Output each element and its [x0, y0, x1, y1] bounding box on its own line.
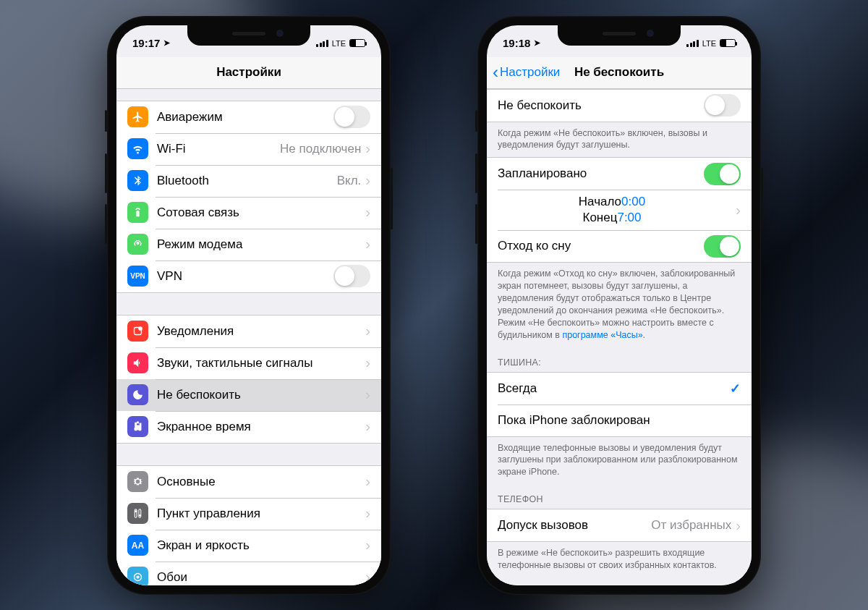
network-label: LTE: [332, 39, 346, 48]
svg-point-1: [138, 326, 142, 331]
wallpaper-label: Обои: [157, 570, 365, 585]
chevron-right-icon: ›: [365, 505, 370, 522]
chevron-right-icon: ›: [365, 172, 370, 189]
phone-left: 19:17 ➤ LTE Настройки АвиарежимWi-FiНе п…: [107, 16, 391, 595]
page-title: Настройки: [216, 65, 281, 80]
general-icon: [127, 471, 148, 492]
chevron-right-icon: ›: [365, 537, 370, 554]
bedtime-toggle[interactable]: [704, 235, 741, 258]
screen: 19:17 ➤ LTE Настройки АвиарежимWi-FiНе п…: [116, 25, 381, 585]
end-value: 7:00: [617, 211, 651, 225]
location-icon: ➤: [534, 38, 540, 48]
group-notifications: Уведомления›Звуки, тактильные сигналы›Не…: [116, 315, 381, 444]
start-label: Начало: [579, 195, 621, 209]
row-dnd[interactable]: Не беспокоить›: [116, 379, 381, 411]
chevron-right-icon: ›: [365, 418, 370, 435]
chevron-right-icon: ›: [365, 140, 370, 157]
back-label: Настройки: [500, 65, 560, 80]
row-bluetooth[interactable]: BluetoothВкл.›: [116, 165, 381, 197]
row-dnd-toggle[interactable]: Не беспокоить: [487, 90, 752, 122]
chevron-right-icon: ›: [736, 202, 741, 219]
bluetooth-icon: [127, 170, 148, 191]
wifi-label: Wi-Fi: [157, 142, 280, 156]
scheduled-toggle[interactable]: [704, 163, 741, 185]
vpn-toggle[interactable]: [333, 265, 370, 287]
bluetooth-label: Bluetooth: [157, 174, 337, 188]
controlcenter-icon: [127, 503, 148, 524]
notifications-icon: [127, 321, 148, 342]
checkmark-icon: ✓: [730, 381, 741, 397]
scheduled-label: Запланировано: [498, 166, 704, 181]
cellular-label: Сотовая связь: [157, 206, 365, 220]
location-icon: ➤: [163, 38, 170, 48]
row-silence-always[interactable]: Всегда ✓: [487, 373, 752, 404]
back-button[interactable]: ‹ Настройки: [493, 64, 560, 81]
chevron-right-icon: ›: [365, 236, 370, 253]
row-wifi[interactable]: Wi-FiНе подключен›: [116, 133, 381, 165]
dnd-icon: [127, 384, 148, 405]
airplane-label: Авиарежим: [157, 110, 333, 124]
silence-footer: Входящие телефонные вызовы и уведомления…: [487, 437, 752, 485]
wallpaper-icon: [127, 567, 148, 585]
screentime-label: Экранное время: [157, 420, 365, 434]
airplane-toggle[interactable]: [333, 106, 370, 128]
svg-point-7: [136, 575, 139, 578]
row-notifications[interactable]: Уведомления›: [116, 315, 381, 347]
hotspot-icon: [127, 234, 148, 255]
group-connectivity: АвиарежимWi-FiНе подключен›BluetoothВкл.…: [116, 101, 381, 293]
screen: 19:18 ➤ LTE ‹ Настройки Не беспокоить Не…: [487, 25, 752, 585]
dnd-settings[interactable]: Не беспокоить Когда режим «Не беспокоить…: [487, 89, 752, 585]
chevron-left-icon: ‹: [493, 64, 498, 81]
phone-header: ТЕЛЕФОН: [487, 484, 752, 509]
silence-always-label: Всегда: [498, 381, 730, 396]
battery-icon: [349, 39, 365, 47]
row-cellular[interactable]: Сотовая связь›: [116, 197, 381, 229]
bedtime-footer: Когда режим «Отход ко сну» включен, забл…: [487, 263, 752, 347]
chevron-right-icon: ›: [365, 204, 370, 221]
sounds-label: Звуки, тактильные сигналы: [157, 356, 365, 370]
general-label: Основные: [157, 475, 365, 489]
display-label: Экран и яркость: [157, 538, 365, 553]
airplane-icon: [127, 106, 148, 127]
row-airplane[interactable]: Авиарежим: [116, 101, 381, 133]
allow-calls-label: Допуск вызовов: [498, 518, 651, 533]
end-label: Конец: [582, 211, 617, 225]
row-scheduled[interactable]: Запланировано: [487, 158, 752, 190]
battery-icon: [720, 39, 736, 47]
chevron-right-icon: ›: [365, 473, 370, 490]
group-general: Основные›Пункт управления›AAЭкран и ярко…: [116, 465, 381, 585]
row-screentime[interactable]: Экранное время›: [116, 411, 381, 443]
signal-icon: [686, 40, 699, 47]
notch: [558, 25, 681, 46]
dnd-footer: Когда режим «Не беспокоить» включен, выз…: [487, 122, 752, 158]
vpn-label: VPN: [157, 269, 333, 284]
row-vpn[interactable]: VPNVPN: [116, 260, 381, 292]
page-title: Не беспокоить: [574, 65, 664, 80]
status-time: 19:17: [132, 37, 160, 49]
settings-list[interactable]: АвиарежимWi-FiНе подключен›BluetoothВкл.…: [116, 89, 381, 585]
chevron-right-icon: ›: [736, 517, 741, 534]
chevron-right-icon: ›: [365, 355, 370, 371]
row-allow-calls[interactable]: Допуск вызовов От избранных ›: [487, 509, 752, 541]
row-general[interactable]: Основные›: [116, 466, 381, 498]
clock-app-link[interactable]: программе «Часы»: [562, 330, 642, 340]
signal-icon: [316, 40, 328, 47]
row-bedtime[interactable]: Отход ко сну: [487, 230, 752, 262]
row-sounds[interactable]: Звуки, тактильные сигналы›: [116, 347, 381, 379]
sounds-icon: [127, 352, 148, 373]
vpn-icon: VPN: [127, 266, 148, 287]
wifi-icon: [127, 138, 148, 159]
row-wallpaper[interactable]: Обои›: [116, 562, 381, 585]
nav-bar: Настройки: [116, 57, 381, 89]
row-controlcenter[interactable]: Пункт управления›: [116, 498, 381, 530]
allow-calls-footer: В режиме «Не беспокоить» разрешить входя…: [487, 542, 752, 577]
screentime-icon: [127, 416, 148, 437]
silence-header: ТИШИНА:: [487, 347, 752, 372]
row-hotspot[interactable]: Режим модема›: [116, 229, 381, 260]
bedtime-label: Отход ко сну: [498, 239, 704, 253]
row-display[interactable]: AAЭкран и яркость›: [116, 530, 381, 562]
dnd-toggle[interactable]: [704, 94, 741, 117]
row-schedule-times[interactable]: Начало 0:00 Конец 7:00 ›: [487, 190, 752, 230]
controlcenter-label: Пункт управления: [157, 507, 365, 521]
row-silence-locked[interactable]: Пока iPhone заблокирован: [487, 404, 752, 436]
